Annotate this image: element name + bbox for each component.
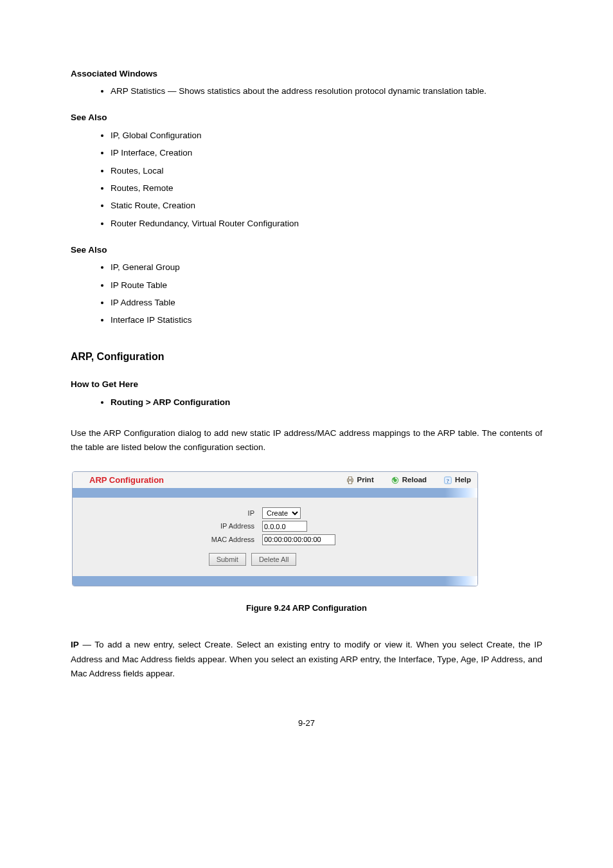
- help-label: Help: [455, 475, 471, 486]
- associated-windows-list: ARP Statistics — Shows statistics about …: [71, 85, 542, 98]
- panel-body: IP Create IP Address MAC Address: [73, 498, 477, 576]
- list-item: IP, Global Configuration: [111, 129, 542, 143]
- reload-label: Reload: [402, 475, 427, 486]
- path-list: Routing > ARP Configuration: [71, 396, 542, 410]
- see-also-monitoring-list: IP, General Group IP Route Table IP Addr…: [71, 261, 542, 327]
- list-item: ARP Statistics — Shows statistics about …: [111, 85, 542, 98]
- arp-config-heading: ARP, Configuration: [71, 349, 542, 365]
- ip-select-label: IP: [73, 508, 262, 519]
- figure-caption: Figure 9.24 ARP Configuration: [71, 602, 542, 615]
- list-item: Static Route, Creation: [111, 199, 542, 213]
- intro-paragraph: Use the ARP Configuration dialog to add …: [71, 426, 542, 455]
- list-item: Interface IP Statistics: [111, 314, 542, 327]
- print-button[interactable]: Print: [346, 475, 374, 486]
- list-item: Routes, Local: [111, 165, 542, 178]
- help-button[interactable]: ? Help: [443, 475, 471, 486]
- figure-arp-configuration: ARP Configuration Print Reload ?: [71, 471, 542, 586]
- mac-address-input[interactable]: [262, 534, 335, 545]
- help-icon: ?: [443, 476, 452, 485]
- navigation-path-text: Routing > ARP Configuration: [111, 397, 230, 407]
- see-also-routing-list: IP, Global Configuration IP Interface, C…: [71, 129, 542, 231]
- see-also-routing-heading: See Also: [71, 111, 542, 125]
- list-item: Routes, Remote: [111, 182, 542, 195]
- how-to-get-here-heading: How to Get Here: [71, 378, 542, 392]
- divider-bar-bottom: [73, 576, 477, 586]
- svg-rect-1: [348, 476, 351, 479]
- delete-all-button[interactable]: Delete All: [251, 553, 296, 566]
- ip-select[interactable]: Create: [262, 507, 301, 519]
- ip-field-description: IP — To add a new entry, select Create. …: [71, 638, 542, 681]
- list-item: Router Redundancy, Virtual Router Config…: [111, 217, 542, 231]
- associated-windows-heading: Associated Windows: [71, 68, 542, 81]
- ip-field-name: IP: [71, 640, 79, 649]
- print-label: Print: [357, 475, 374, 486]
- divider-bar-top: [73, 488, 477, 498]
- mac-address-label: MAC Address: [73, 534, 262, 545]
- panel-header: ARP Configuration Print Reload ?: [73, 472, 477, 488]
- list-item: IP, General Group: [111, 261, 542, 275]
- ip-address-input[interactable]: [262, 521, 307, 532]
- list-item: IP Route Table: [111, 279, 542, 293]
- printer-icon: [346, 476, 355, 485]
- reload-button[interactable]: Reload: [391, 475, 427, 486]
- page-number: 9-27: [71, 717, 542, 730]
- svg-rect-2: [348, 480, 351, 483]
- panel-title: ARP Configuration: [89, 474, 164, 487]
- submit-button[interactable]: Submit: [209, 553, 246, 566]
- ip-field-text: — To add a new entry, select Create. Sel…: [71, 640, 542, 678]
- ip-address-label: IP Address: [73, 521, 262, 532]
- list-item: IP Interface, Creation: [111, 147, 542, 160]
- reload-icon: [391, 476, 400, 485]
- navigation-path: Routing > ARP Configuration: [111, 396, 542, 410]
- see-also-monitoring-heading: See Also: [71, 244, 542, 257]
- svg-text:?: ?: [447, 477, 449, 484]
- list-item: IP Address Table: [111, 296, 542, 310]
